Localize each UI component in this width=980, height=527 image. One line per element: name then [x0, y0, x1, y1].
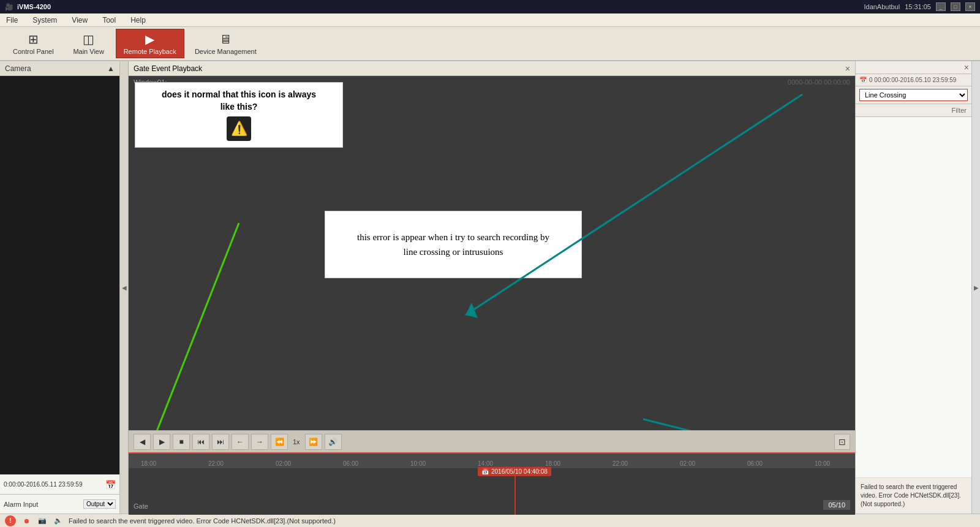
svg-line-2	[466, 94, 802, 315]
menu-file[interactable]: File	[4, 15, 20, 26]
skip-fwd-button[interactable]: ⏭	[212, 434, 229, 450]
maximize-button[interactable]: □	[951, 2, 960, 11]
titlebar-time: 15:31:05	[905, 3, 931, 10]
remote-playback-button[interactable]: ▶ Remote Playback	[116, 29, 184, 58]
prev-frame-button[interactable]: ◀	[134, 434, 151, 450]
titlebar-right: IdanAbutbul 15:31:05 _ □ ×	[864, 2, 975, 11]
gate-event-playback-header: Gate Event Playback ×	[129, 61, 855, 76]
timeline-datetime: 2016/05/10 04:40:08	[491, 468, 548, 475]
video-area: Gate Event Playback × Window01: 0000-00-…	[129, 61, 855, 514]
close-button[interactable]: ×	[965, 2, 975, 11]
slow-button[interactable]: ⏪	[271, 434, 288, 450]
event-type-select[interactable]: Line Crossing Intrusion Motion All	[859, 89, 968, 101]
device-management-button[interactable]: 🖥 Device Management	[187, 29, 265, 58]
statusbar-error-text: Failed to search the event triggered vid…	[69, 517, 336, 525]
remote-playback-label: Remote Playback	[124, 48, 176, 55]
record-icon[interactable]: ⏺	[21, 515, 32, 526]
titlebar-user: IdanAbutbul	[864, 3, 900, 10]
sidebar-collapse-icon[interactable]: ▲	[107, 64, 115, 73]
svg-marker-3	[466, 303, 478, 318]
alarm-status-icon[interactable]: !	[5, 515, 16, 526]
alarm-input-label: Alarm Input	[4, 501, 83, 508]
svg-line-4	[643, 419, 855, 430]
menu-system[interactable]: System	[30, 15, 59, 26]
play-button[interactable]: ▶	[153, 434, 170, 450]
minimize-button[interactable]: _	[936, 2, 946, 11]
screenshot-button[interactable]: ⊡	[834, 434, 850, 450]
main-content: Camera ▲ 0:00:00-2016.05.11 23:59:59 📅 A…	[0, 61, 980, 514]
right-panel-filter-area: Filter	[856, 104, 971, 117]
alarm-input-bar: Alarm Input Output	[0, 494, 119, 514]
time-label-06: 06:00	[343, 460, 358, 467]
time-label-10b: 10:00	[815, 460, 830, 467]
control-panel-icon: ⊞	[28, 32, 39, 47]
statusbar: ! ⏺ 📷 🔈 Failed to search the event trigg…	[0, 514, 980, 527]
menubar: File System View Tool Help	[0, 13, 980, 27]
calendar-small-icon: 📅	[481, 468, 489, 475]
stop-button[interactable]: ■	[173, 434, 190, 450]
right-panel-close: ×	[856, 61, 971, 74]
right-panel-event-list	[856, 117, 971, 477]
volume-button[interactable]: 🔊	[325, 434, 342, 450]
timeline-ruler: 18:00 22:00 02:00 06:00 10:00 14:00 18:0…	[129, 453, 855, 468]
annotation-text-line2: like this?	[145, 101, 333, 113]
app-logo: 🎥	[5, 3, 13, 11]
time-label-22: 22:00	[208, 460, 224, 467]
menu-view[interactable]: View	[69, 15, 90, 26]
sidebar: Camera ▲ 0:00:00-2016.05.11 23:59:59 📅 A…	[0, 61, 120, 514]
step-fwd-button[interactable]: →	[251, 434, 268, 450]
sidebar-collapse-handle[interactable]: ◀	[120, 61, 129, 514]
right-panel-event-type: Line Crossing Intrusion Motion All	[856, 86, 971, 104]
gate-event-playback-title: Gate Event Playback	[134, 64, 202, 73]
calendar-icon[interactable]: 📅	[105, 480, 116, 490]
timeline-gate-label: Gate	[134, 502, 148, 510]
sidebar-bottom: 0:00:00-2016.05.11 23:59:59 📅	[0, 474, 119, 494]
window-timestamp: 0000-00-00 00:00:00	[788, 78, 850, 86]
time-label-22b: 22:00	[612, 460, 628, 467]
filter-label: Filter	[952, 107, 967, 114]
warning-icon: ⚠️	[227, 116, 251, 141]
sidebar-header: Camera ▲	[0, 61, 119, 76]
date-nav[interactable]: 05/10	[823, 500, 850, 510]
annotation-text-line1: does it normal that this icon is always	[145, 89, 333, 101]
annotation-error-text: this error is appear when i try to searc…	[357, 232, 549, 257]
time-label-18b: 18:00	[545, 460, 560, 467]
timeline-track[interactable]: 📅 2016/05/10 04:40:08 Gate 05/10	[129, 468, 855, 515]
app-title: iVMS-4200	[17, 3, 51, 10]
speaker-status-icon[interactable]: 🔈	[53, 515, 64, 526]
device-management-label: Device Management	[195, 48, 257, 55]
video-main: Window01: 0000-00-00 00:00:00 does it no…	[129, 76, 855, 430]
sidebar-video-preview	[0, 76, 119, 474]
time-label-10a: 10:00	[410, 460, 426, 467]
alarm-input-select[interactable]: Output	[83, 499, 116, 509]
calendar-icon-right: 📅	[859, 77, 867, 83]
time-label-18a: 18:00	[141, 460, 156, 467]
menu-help[interactable]: Help	[128, 15, 148, 26]
time-label-14: 14:00	[478, 460, 493, 467]
annotation-box-error-message: this error is appear when i try to searc…	[325, 211, 582, 278]
right-panel-error-text: Failed to search the event triggered vid…	[856, 477, 971, 514]
right-panel-close-icon[interactable]: ×	[964, 63, 969, 72]
sidebar-timestamp: 0:00:00-2016.05.11 23:59:59	[4, 481, 103, 488]
step-back-button[interactable]: ←	[232, 434, 249, 450]
main-view-button[interactable]: ◫ Main View	[64, 29, 113, 58]
skip-back-button[interactable]: ⏮	[192, 434, 209, 450]
camera-status-icon[interactable]: 📷	[37, 515, 48, 526]
gate-close-icon[interactable]: ×	[845, 64, 850, 74]
right-panel-date-value: 0 00:00:00-2016.05.10 23:59:59	[869, 77, 956, 83]
time-label-06b: 06:00	[747, 460, 763, 467]
timeline-area: 18:00 22:00 02:00 06:00 10:00 14:00 18:0…	[129, 452, 855, 514]
control-panel-label: Control Panel	[13, 48, 54, 55]
right-panel: × 📅 0 00:00:00-2016.05.10 23:59:59 Line …	[855, 61, 971, 514]
menu-tool[interactable]: Tool	[100, 15, 118, 26]
time-label-02a: 02:00	[276, 460, 291, 467]
time-label-02b: 02:00	[680, 460, 695, 467]
speed-label: 1x	[290, 438, 303, 445]
remote-playback-icon: ▶	[145, 32, 154, 47]
right-panel-collapse-handle[interactable]: ▶	[971, 61, 980, 514]
right-panel-date: 📅 0 00:00:00-2016.05.10 23:59:59	[856, 74, 971, 86]
fast-button[interactable]: ⏩	[305, 434, 322, 450]
control-panel-button[interactable]: ⊞ Control Panel	[5, 29, 62, 58]
titlebar: 🎥 iVMS-4200 IdanAbutbul 15:31:05 _ □ ×	[0, 0, 980, 13]
error-message-text: Failed to search the event triggered vid…	[861, 483, 961, 507]
